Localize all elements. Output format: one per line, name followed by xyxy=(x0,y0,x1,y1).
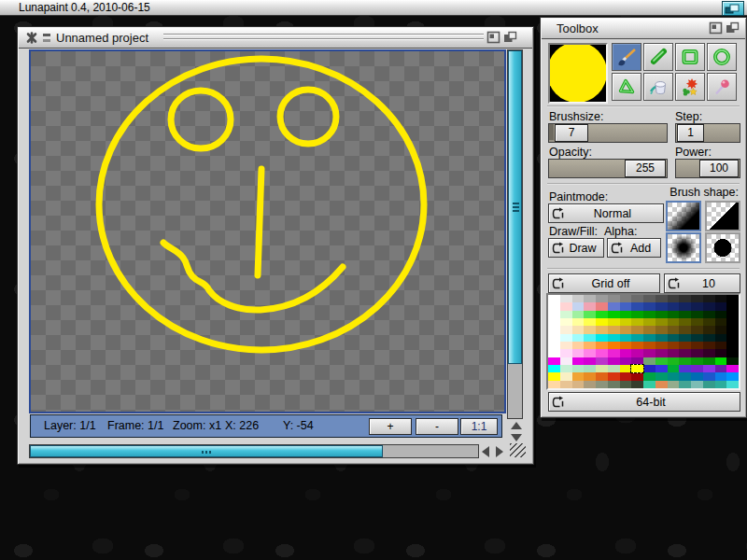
zoom-in-button[interactable]: + xyxy=(369,418,412,435)
palette-swatch[interactable] xyxy=(726,349,739,357)
vertical-scrollbar[interactable] xyxy=(507,49,523,419)
palette-swatch[interactable] xyxy=(715,295,727,302)
palette-swatch[interactable] xyxy=(703,302,715,310)
gridsize-cycle[interactable]: 10 xyxy=(664,273,740,293)
palette-swatch[interactable] xyxy=(679,372,691,380)
palette-swatch[interactable] xyxy=(560,326,572,333)
palette-swatch[interactable] xyxy=(572,342,585,349)
toolbox-titlebar[interactable]: Toolbox xyxy=(542,19,745,39)
palette-swatch[interactable] xyxy=(643,311,655,318)
drawfill-cycle[interactable]: Draw xyxy=(548,238,604,258)
palette-swatch[interactable] xyxy=(668,372,680,380)
palette-swatch[interactable] xyxy=(643,302,655,310)
palette-swatch[interactable] xyxy=(584,349,596,357)
tool-fill-button[interactable] xyxy=(643,73,673,101)
power-slider[interactable]: 100 xyxy=(675,159,740,178)
palette-swatch[interactable] xyxy=(668,318,680,326)
palette-swatch[interactable] xyxy=(703,295,715,302)
palette-swatch[interactable] xyxy=(631,342,643,349)
palette-swatch[interactable] xyxy=(572,311,585,318)
palette-swatch[interactable] xyxy=(572,334,585,342)
palette-swatch[interactable] xyxy=(726,326,739,333)
palette-swatch[interactable] xyxy=(608,334,620,342)
palette-swatch[interactable] xyxy=(691,342,703,349)
close-icon[interactable] xyxy=(25,32,38,44)
zoom-gadget-icon[interactable] xyxy=(709,21,723,35)
palette-swatch[interactable] xyxy=(703,381,715,388)
palette-swatch[interactable] xyxy=(584,334,596,342)
palette-swatch[interactable] xyxy=(596,318,608,326)
palette-swatch[interactable] xyxy=(620,381,632,388)
scroll-left-arrow[interactable] xyxy=(482,446,489,457)
palette-swatch[interactable] xyxy=(620,318,632,326)
tool-brush-button[interactable] xyxy=(612,43,641,71)
brushshape-soft-dot[interactable] xyxy=(666,232,701,263)
palette-swatch[interactable] xyxy=(643,326,655,333)
palette-swatch[interactable] xyxy=(631,334,643,342)
palette-swatch[interactable] xyxy=(668,311,680,318)
palette-swatch[interactable] xyxy=(572,318,585,326)
palette-swatch[interactable] xyxy=(703,334,715,342)
palette-swatch[interactable] xyxy=(726,334,739,342)
palette-swatch[interactable] xyxy=(631,372,643,380)
paintmode-cycle[interactable]: Normal xyxy=(548,203,664,223)
palette-swatch[interactable] xyxy=(572,365,585,372)
palette-swatch[interactable] xyxy=(548,311,560,318)
palette-swatch[interactable] xyxy=(655,295,668,302)
palette-swatch[interactable] xyxy=(608,302,620,310)
step-slider[interactable]: 1 xyxy=(675,123,740,143)
palette-swatch[interactable] xyxy=(668,381,680,388)
palette-swatch[interactable] xyxy=(679,318,691,326)
palette-swatch[interactable] xyxy=(715,318,727,326)
palette-swatch[interactable] xyxy=(560,372,572,380)
palette-swatch[interactable] xyxy=(643,357,655,365)
palette-swatch[interactable] xyxy=(560,302,572,310)
palette-swatch[interactable] xyxy=(596,295,608,302)
palette-swatch[interactable] xyxy=(560,365,572,372)
palette-swatch[interactable] xyxy=(668,326,680,333)
depth-gadget-icon[interactable] xyxy=(503,31,517,44)
palette-swatch[interactable] xyxy=(596,357,608,365)
palette-swatch[interactable] xyxy=(668,357,680,365)
palette-swatch[interactable] xyxy=(703,357,715,365)
palette-swatch[interactable] xyxy=(572,302,585,310)
palette-swatch[interactable] xyxy=(655,302,668,310)
palette-swatch[interactable] xyxy=(715,349,727,357)
palette-swatch[interactable] xyxy=(631,365,643,372)
palette-swatch[interactable] xyxy=(572,357,585,365)
tool-polygon-button[interactable] xyxy=(612,73,641,101)
palette-swatch[interactable] xyxy=(668,349,680,357)
palette-swatch[interactable] xyxy=(631,295,643,302)
palette-swatch[interactable] xyxy=(726,372,739,380)
palette-swatch[interactable] xyxy=(643,342,655,349)
palette-swatch[interactable] xyxy=(596,381,608,388)
palette-swatch[interactable] xyxy=(726,357,739,365)
palette-swatch[interactable] xyxy=(691,326,703,333)
palette-swatch[interactable] xyxy=(548,295,560,302)
palette-swatch[interactable] xyxy=(620,334,632,342)
palette-swatch[interactable] xyxy=(643,349,655,357)
palette-swatch[interactable] xyxy=(655,357,668,365)
palette-swatch[interactable] xyxy=(548,302,560,310)
palette-swatch[interactable] xyxy=(655,372,668,380)
palette-swatch[interactable] xyxy=(560,349,572,357)
palette-swatch[interactable] xyxy=(726,311,739,318)
brushshape-hard-dot[interactable] xyxy=(705,232,740,263)
depth-gadget-icon[interactable] xyxy=(726,21,740,35)
palette-swatch[interactable] xyxy=(703,349,715,357)
palette-swatch[interactable] xyxy=(584,311,596,318)
palette-swatch[interactable] xyxy=(548,372,560,380)
palette-swatch[interactable] xyxy=(679,342,691,349)
tool-color-picker-button[interactable] xyxy=(707,73,737,101)
brushshape-hard-diagonal[interactable] xyxy=(705,201,740,231)
palette-swatch[interactable] xyxy=(572,372,585,380)
palette-swatch[interactable] xyxy=(548,342,560,349)
palette-swatch[interactable] xyxy=(655,318,668,326)
palette-swatch[interactable] xyxy=(655,311,668,318)
palette-swatch[interactable] xyxy=(668,295,680,302)
palette-swatch[interactable] xyxy=(572,381,585,388)
palette-swatch[interactable] xyxy=(703,365,715,372)
palette-swatch[interactable] xyxy=(691,311,703,318)
palette-swatch[interactable] xyxy=(596,326,608,333)
palette-swatch[interactable] xyxy=(584,318,596,326)
